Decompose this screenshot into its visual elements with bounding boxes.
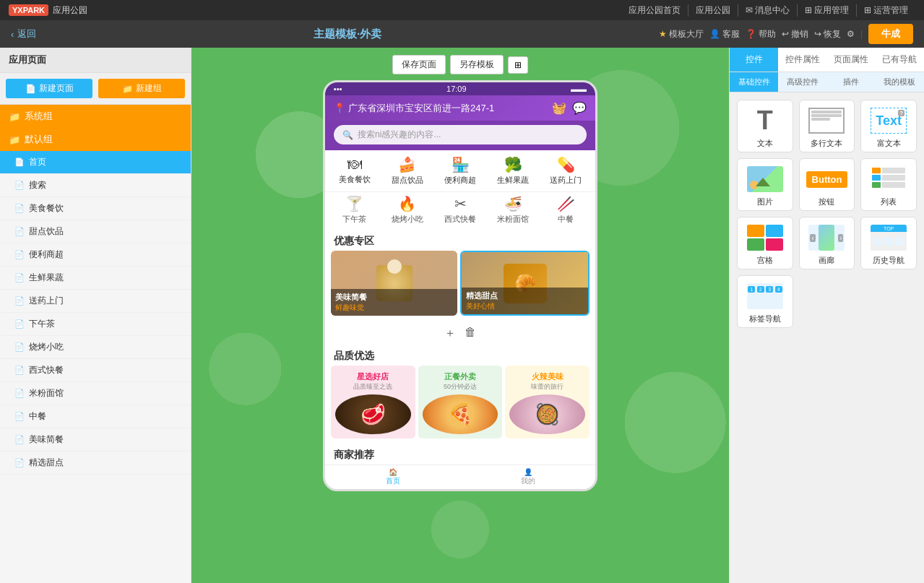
promo-controls: ＋ 🗑 <box>325 321 595 345</box>
help-link[interactable]: ❓ 帮助 <box>746 28 776 40</box>
system-group[interactable]: 📁 系统组 <box>0 105 191 128</box>
promo-label-0: 美味简餐 鲜趣味觉 <box>331 289 457 316</box>
widget-tabnav-icon: 1 2 3 4 <box>745 282 785 311</box>
right-panel-subtabs: 基础控件 高级控件 插件 我的模板 <box>730 72 924 92</box>
widget-multitext-icon <box>806 106 847 135</box>
page-item-food[interactable]: 📄美食餐饮 <box>0 197 191 220</box>
tab-nav[interactable]: 已有导航 <box>876 48 924 72</box>
cat-convenience[interactable]: 🏪 便利商超 <box>433 156 486 186</box>
new-page-button[interactable]: 📄 新建页面 <box>6 79 92 98</box>
quality-grid: 星选好店 品质臻至之选 🥩 正餐外卖 50分钟必达 🍕 <box>325 366 595 444</box>
widget-gallery[interactable]: ‹ › 画廊 <box>799 217 855 269</box>
redo-button[interactable]: ↪ 恢复 <box>814 28 841 40</box>
settings-icon[interactable]: ⚙ <box>847 29 855 39</box>
cat-noodles[interactable]: 🍜 米粉面馆 <box>487 195 540 225</box>
page-item-bbq[interactable]: 📄烧烤小吃 <box>0 336 191 359</box>
widget-richtext[interactable]: Text ? 富文本 <box>860 100 917 152</box>
undo-button[interactable]: ↩ 撤销 <box>782 28 808 40</box>
phone-basket-icon[interactable]: 🧺 <box>552 101 566 115</box>
tab-control-props[interactable]: 控件属性 <box>778 48 826 72</box>
bottom-nav-mine[interactable]: 👤 我的 <box>460 468 595 486</box>
widget-text-icon: T <box>745 106 785 135</box>
widget-history[interactable]: TOP 历史导航 <box>860 217 917 269</box>
widget-image-label: 图片 <box>741 197 790 207</box>
widget-richtext-label: 富文本 <box>864 138 913 149</box>
widget-button[interactable]: Button 按钮 <box>799 158 855 211</box>
sidebar-title: 应用页面 <box>0 48 191 73</box>
page-title: 主题模板·外卖 <box>36 27 659 41</box>
cat-dessert[interactable]: 🍰 甜点饮品 <box>381 156 433 186</box>
phone-search-bar: 🔍 搜索ni感兴趣的内容... <box>325 121 595 150</box>
page-item-western[interactable]: 📄西式快餐 <box>0 359 191 382</box>
default-group[interactable]: 📁 默认组 <box>0 128 191 151</box>
page-item-select-dessert[interactable]: 📄精选甜点 <box>0 452 191 475</box>
cat-western[interactable]: ✂ 西式快餐 <box>433 195 486 225</box>
page-item-noodles[interactable]: 📄米粉面馆 <box>0 382 191 405</box>
phone-frame: ▪▪▪ 17:09 ▬▬ 📍 广东省深圳市宝安区前进一路247-1 🧺 💬 🔍 <box>323 80 597 491</box>
page-item-dessert[interactable]: 📄甜点饮品 <box>0 220 191 243</box>
widget-tabnav-label: 标签导航 <box>741 314 790 324</box>
promo-item-1[interactable]: 🥐 精选甜点 美好心情 <box>460 251 590 316</box>
tab-page-props[interactable]: 页面属性 <box>827 48 876 72</box>
promo-item-0[interactable]: 美味简餐 鲜趣味觉 <box>331 251 457 316</box>
page-item-search[interactable]: 📄搜索 <box>0 174 191 197</box>
promo-add-icon[interactable]: ＋ <box>444 326 456 341</box>
phone-header: 📍 广东省深圳市宝安区前进一路247-1 🧺 💬 <box>325 95 595 121</box>
page-item-convenience[interactable]: 📄便利商超 <box>0 243 191 267</box>
logo-box: YXPARK <box>9 4 48 16</box>
bottom-nav-home[interactable]: 🏠 首页 <box>325 468 460 486</box>
widget-tabnav[interactable]: 1 2 3 4 标签导航 <box>737 275 793 328</box>
save-page-button[interactable]: 保存页面 <box>392 55 446 74</box>
page-item-chinese[interactable]: 📄中餐 <box>0 405 191 428</box>
widget-list-icon <box>868 165 909 194</box>
quality-item-2[interactable]: 火辣美味 味蕾的旅行 🥘 <box>505 366 590 439</box>
tab-controls[interactable]: 控件 <box>730 48 778 72</box>
page-item-teatime[interactable]: 📄下午茶 <box>0 313 191 336</box>
subtab-plugin[interactable]: 插件 <box>827 72 876 92</box>
quality-section-title: 品质优选 <box>325 345 595 366</box>
widget-text[interactable]: T 文本 <box>737 100 793 152</box>
phone-search-input[interactable]: 🔍 搜索ni感兴趣的内容... <box>334 125 587 144</box>
page-item-produce[interactable]: 📄生鲜果蔬 <box>0 267 191 290</box>
quality-item-1[interactable]: 正餐外卖 50分钟必达 🍕 <box>418 366 503 439</box>
widget-multitext-label: 多行文本 <box>803 138 852 149</box>
cat-bbq[interactable]: 🔥 烧烤小吃 <box>381 195 433 225</box>
canvas-icon-button[interactable]: ⊞ <box>508 56 528 74</box>
nav-home[interactable]: 应用公园首页 <box>621 4 688 17</box>
canvas-toolbar: 保存页面 另存模板 ⊞ <box>392 55 528 74</box>
phone-bottom-nav: 🏠 首页 👤 我的 <box>325 465 595 489</box>
widget-grid-widget[interactable]: 宫格 <box>737 217 793 269</box>
save-as-template-button[interactable]: 另存模板 <box>450 55 504 74</box>
widget-list[interactable]: 列表 <box>860 158 917 211</box>
subtab-basic[interactable]: 基础控件 <box>730 72 778 92</box>
template-hall[interactable]: ★ 模板大厅 <box>659 28 704 40</box>
cat-food[interactable]: 🍽 美食餐饮 <box>328 156 381 186</box>
widget-grid: T 文本 多行文本 Text ? <box>730 92 924 335</box>
second-nav-bar: ‹ 返回 主题模板·外卖 ★ 模板大厅 👤 客服 ❓ 帮助 ↩ 撤销 ↪ 恢复 … <box>0 20 924 48</box>
generate-button[interactable]: 牛成 <box>868 24 913 44</box>
customer-service[interactable]: 👤 客服 <box>709 28 740 40</box>
subtab-advanced[interactable]: 高级控件 <box>778 72 826 92</box>
widget-multitext[interactable]: 多行文本 <box>799 100 855 152</box>
nav-app[interactable]: 应用公园 <box>688 4 738 17</box>
back-button[interactable]: ‹ 返回 <box>11 27 36 40</box>
nav-messages[interactable]: ✉ 消息中心 <box>738 4 798 17</box>
page-item-simple-meal[interactable]: 📄美味简餐 <box>0 428 191 452</box>
nav-app-manage[interactable]: ⊞ 应用管理 <box>798 4 857 17</box>
widget-image[interactable]: 图片 <box>737 158 793 211</box>
cat-teatime[interactable]: 🍸 下午茶 <box>328 195 381 225</box>
main-layout: 应用页面 📄 新建页面 📁 新建组 📁 系统组 📁 默认组 📄首页 📄搜索 📄美… <box>0 48 924 583</box>
phone-time: 17:09 <box>446 85 467 93</box>
right-panel: 控件 控件属性 页面属性 已有导航 基础控件 高级控件 插件 我的模板 T 文本 <box>729 48 924 583</box>
nav-ops[interactable]: ⊞ 运营管理 <box>857 4 915 17</box>
promo-delete-icon[interactable]: 🗑 <box>465 326 476 341</box>
phone-chat-icon[interactable]: 💬 <box>572 101 587 115</box>
new-group-button[interactable]: 📁 新建组 <box>98 79 185 98</box>
quality-item-0[interactable]: 星选好店 品质臻至之选 🥩 <box>331 366 415 439</box>
subtab-mytemplate[interactable]: 我的模板 <box>876 72 924 92</box>
cat-medicine[interactable]: 💊 送药上门 <box>540 156 592 186</box>
page-item-medicine[interactable]: 📄送药上门 <box>0 290 191 313</box>
page-item-home[interactable]: 📄首页 <box>0 151 191 174</box>
cat-produce[interactable]: 🥦 生鲜果蔬 <box>487 156 540 186</box>
cat-chinese[interactable]: 🥢 中餐 <box>540 195 592 225</box>
